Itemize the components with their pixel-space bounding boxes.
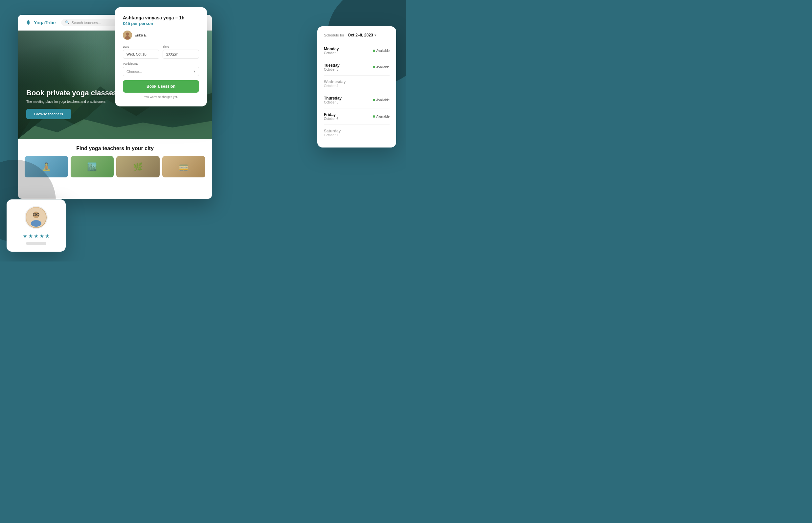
schedule-header-prefix: Schedule for bbox=[324, 33, 344, 37]
star-3: ★ bbox=[34, 233, 38, 239]
date-label: Date bbox=[123, 45, 159, 48]
search-placeholder: Search teachers... bbox=[72, 21, 101, 25]
participants-select[interactable]: Choose... ▾ bbox=[123, 67, 199, 76]
date-input[interactable]: Wed, Oct 18 bbox=[123, 50, 159, 59]
svg-point-6 bbox=[31, 220, 41, 227]
reviewer-name-placeholder bbox=[26, 242, 46, 245]
reviewer-card: ★ ★ ★ ★ ★ bbox=[6, 199, 66, 252]
participants-placeholder: Choose... bbox=[127, 70, 142, 74]
schedule-item-tuesday[interactable]: Tuesday October 3 Available bbox=[324, 59, 390, 75]
hero-title: Book private yoga classes. bbox=[26, 89, 119, 97]
city-image-2[interactable]: 🏙️ bbox=[71, 156, 114, 177]
star-4: ★ bbox=[39, 233, 44, 239]
schedule-date: October 2 bbox=[324, 51, 339, 55]
logo-text: YogaTribe bbox=[34, 20, 56, 25]
schedule-day: Monday bbox=[324, 47, 339, 51]
schedule-item-thursday[interactable]: Thursday October 5 Available bbox=[324, 92, 390, 108]
teacher-avatar bbox=[123, 31, 132, 40]
schedule-day-info: Tuesday October 3 bbox=[324, 63, 340, 71]
no-charge-text: You won't be charged yet. bbox=[123, 95, 199, 98]
svg-point-5 bbox=[33, 212, 39, 218]
star-5: ★ bbox=[45, 233, 50, 239]
schedule-date: October 3 bbox=[324, 68, 340, 71]
schedule-date-range: Oct 2–8, 2023 bbox=[348, 33, 373, 37]
availability-badge: Available bbox=[373, 49, 390, 53]
schedule-day: Thursday bbox=[324, 96, 342, 101]
city-image-4[interactable]: 🚃 bbox=[162, 156, 206, 177]
schedule-item-saturday[interactable]: Saturday October 7 bbox=[324, 125, 390, 141]
schedule-day-info: Thursday October 5 bbox=[324, 96, 342, 104]
time-input[interactable]: 2:00pm bbox=[163, 50, 199, 59]
schedule-day-info: Saturday October 7 bbox=[324, 129, 340, 137]
available-dot bbox=[373, 99, 375, 101]
date-group: Date Wed, Oct 18 bbox=[123, 45, 159, 59]
schedule-item-friday[interactable]: Friday October 6 Available bbox=[324, 108, 390, 125]
schedule-date: October 4 bbox=[324, 84, 346, 88]
svg-point-0 bbox=[28, 20, 29, 21]
search-icon: 🔍 bbox=[65, 20, 70, 25]
available-dot bbox=[373, 50, 375, 52]
available-dot bbox=[373, 115, 375, 118]
schedule-day: Saturday bbox=[324, 129, 340, 133]
schedule-card: Schedule for Oct 2–8, 2023 ▾ Monday Octo… bbox=[317, 26, 396, 147]
teacher-name: Erika E. bbox=[135, 33, 147, 37]
chevron-down-icon: ▾ bbox=[374, 33, 376, 37]
available-text: Available bbox=[376, 65, 390, 69]
available-dot bbox=[373, 66, 375, 68]
city-image-3[interactable]: 🌿 bbox=[116, 156, 160, 177]
booking-price: €45 per person bbox=[123, 21, 199, 26]
schedule-item-monday[interactable]: Monday October 2 Available bbox=[324, 43, 390, 59]
reviewer-avatar-img bbox=[26, 208, 46, 227]
schedule-item-wednesday[interactable]: Wednesday October 4 bbox=[324, 75, 390, 92]
city-yoga-pose-4: 🚃 bbox=[162, 156, 206, 177]
time-label: Time bbox=[163, 45, 199, 48]
available-text: Available bbox=[376, 49, 390, 53]
available-text: Available bbox=[376, 115, 390, 118]
time-group: Time 2:00pm bbox=[163, 45, 199, 59]
availability-badge: Available bbox=[373, 98, 390, 102]
city-images: 🧘 🏙️ 🌿 🚃 bbox=[25, 156, 205, 177]
schedule-date: October 7 bbox=[324, 133, 340, 137]
star-rating: ★ ★ ★ ★ ★ bbox=[23, 233, 50, 239]
schedule-header: Schedule for Oct 2–8, 2023 ▾ bbox=[324, 33, 390, 37]
availability-badge: Available bbox=[373, 115, 390, 118]
reviewer-avatar bbox=[25, 206, 48, 229]
schedule-day-info: Friday October 6 bbox=[324, 112, 338, 121]
logo[interactable]: YogaTribe bbox=[25, 19, 56, 26]
hero-content: Book private yoga classes. The meeting p… bbox=[26, 89, 119, 119]
schedule-date: October 5 bbox=[324, 101, 342, 104]
chevron-down-icon: ▾ bbox=[193, 69, 196, 74]
schedule-list: Monday October 2 Available Tuesday Octob… bbox=[324, 43, 390, 141]
svg-point-3 bbox=[125, 36, 130, 39]
participants-label: Participants bbox=[123, 62, 199, 65]
participants-group: Participants Choose... ▾ bbox=[123, 62, 199, 76]
schedule-date: October 6 bbox=[324, 117, 338, 121]
city-yoga-pose-2: 🏙️ bbox=[71, 156, 114, 177]
booking-modal: Ashtanga vinyasa yoga – 1h €45 per perso… bbox=[115, 7, 207, 106]
svg-point-2 bbox=[126, 33, 129, 36]
schedule-day-info: Monday October 2 bbox=[324, 47, 339, 55]
available-text: Available bbox=[376, 98, 390, 102]
schedule-day: Tuesday bbox=[324, 63, 340, 68]
booking-title: Ashtanga vinyasa yoga – 1h bbox=[123, 15, 199, 20]
logo-icon bbox=[25, 19, 32, 26]
city-yoga-pose-3: 🌿 bbox=[116, 156, 160, 177]
teacher-info: Erika E. bbox=[123, 31, 199, 40]
teacher-avatar-img bbox=[123, 31, 132, 40]
date-time-row: Date Wed, Oct 18 Time 2:00pm bbox=[123, 45, 199, 59]
schedule-day: Friday bbox=[324, 112, 338, 117]
availability-badge: Available bbox=[373, 65, 390, 69]
find-title: Find yoga teachers in your city bbox=[25, 146, 205, 151]
browse-teachers-button[interactable]: Browse teachers bbox=[26, 109, 71, 119]
book-session-button[interactable]: Book a session bbox=[123, 80, 199, 93]
hero-subtitle: The meeting place for yoga teachers and … bbox=[26, 100, 119, 104]
star-2: ★ bbox=[28, 233, 33, 239]
schedule-day-info: Wednesday October 4 bbox=[324, 79, 346, 88]
schedule-day: Wednesday bbox=[324, 79, 346, 84]
star-1: ★ bbox=[23, 233, 27, 239]
